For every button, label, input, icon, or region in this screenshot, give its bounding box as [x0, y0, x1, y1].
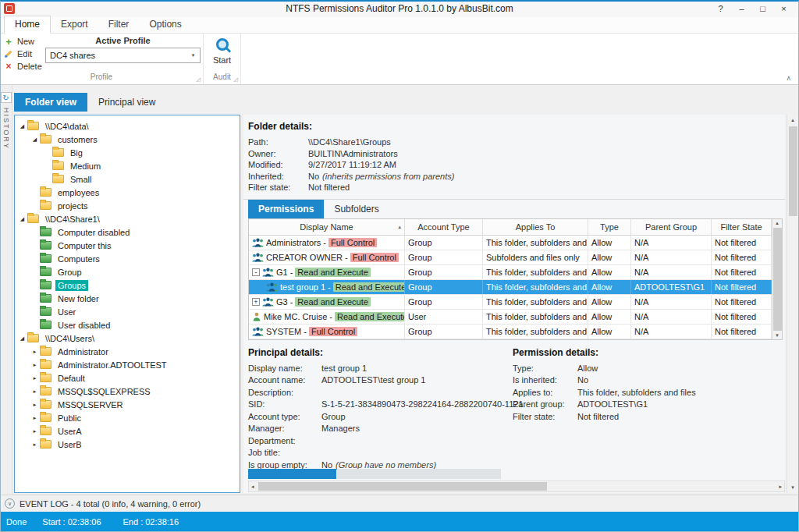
tab-principal-view[interactable]: Principal view	[87, 93, 166, 112]
tree-expander-icon[interactable]: ▸	[30, 375, 40, 381]
column-header-display-name[interactable]: Display Name ▴	[249, 219, 405, 235]
tree-item-employees[interactable]: employees	[15, 186, 240, 199]
tree-item-mssqlserver[interactable]: ▸ MSSQLSERVER	[15, 398, 240, 411]
filter-state-cell: Not filtered	[712, 325, 772, 339]
tree-expander-icon[interactable]: ◢	[17, 123, 27, 129]
tree-item-default[interactable]: ▸ Default	[15, 371, 240, 385]
tree-item-public[interactable]: ▸ Public	[15, 411, 240, 424]
scrollbar-thumb[interactable]	[773, 228, 782, 331]
tree-item-usera[interactable]: ▸ UserA	[15, 424, 240, 438]
delete-x-icon: ×	[4, 61, 13, 72]
name-separator: -	[323, 238, 326, 247]
ribbon-tab-filter[interactable]: Filter	[98, 16, 140, 33]
permission-row[interactable]: Mike MC. Cruise - Read and Execute User …	[249, 310, 772, 325]
tree-item-mssql-sqlexpress[interactable]: ▸ MSSQL$SQLEXPRESS	[15, 385, 240, 398]
scroll-left-icon[interactable]: ◂	[249, 484, 257, 490]
tree-item--dc4-share1-[interactable]: ◢ \\DC4\Share1\	[15, 212, 240, 225]
tree-expander-icon[interactable]: ▸	[30, 442, 40, 448]
edit-profile-button[interactable]: Edit	[4, 48, 42, 60]
permission-chip: Full Control	[309, 327, 357, 336]
tree-item-small[interactable]: Small	[15, 172, 240, 186]
tree-item-user[interactable]: User	[15, 305, 240, 318]
applies-to-cell: This folder, subfolders and files	[483, 325, 588, 339]
scroll-right-icon[interactable]: ▸	[776, 484, 784, 490]
tree-expander-icon[interactable]: ▸	[30, 402, 40, 408]
permission-row[interactable]: test group 1 - Read and Execute Group Th…	[249, 280, 772, 295]
panel-vertical-scrollbar[interactable]: ▴ ▾	[787, 115, 798, 493]
delete-profile-button[interactable]: × Delete	[4, 60, 42, 73]
tree-item-userb[interactable]: ▸ UserB	[15, 438, 240, 451]
column-header-filter-state[interactable]: Filter State	[712, 219, 772, 235]
pencil-icon	[4, 49, 13, 59]
tab-permissions[interactable]: Permissions	[248, 200, 324, 218]
permission-row[interactable]: CREATOR OWNER - Full Control Group Subfo…	[249, 250, 772, 265]
tree-item-groups[interactable]: Groups	[15, 278, 240, 292]
partial-tab-cutoff[interactable]	[248, 469, 501, 479]
new-profile-button[interactable]: + New	[4, 35, 42, 48]
tree-item-customers[interactable]: ◢ customers	[15, 133, 240, 146]
dialog-launcher-icon[interactable]: ◿	[234, 76, 238, 82]
group-icon	[252, 253, 264, 262]
tree-item-computer-disabled[interactable]: Computer disabled	[15, 225, 240, 239]
active-profile-dropdown[interactable]: DC4 shares ▾	[45, 48, 201, 63]
tree-expander-icon[interactable]: ▸	[30, 349, 40, 355]
folder-icon	[40, 281, 51, 289]
minimize-button[interactable]: –	[731, 0, 752, 17]
tree-expander-icon[interactable]: ▸	[30, 415, 40, 421]
close-button[interactable]: ×	[773, 0, 794, 17]
type-cell: Allow	[588, 310, 631, 324]
tree-expander-icon[interactable]: ▸	[30, 388, 40, 395]
tree-item-computers[interactable]: Computers	[15, 252, 240, 265]
history-panel-tab[interactable]: ↻ HISTORY	[0, 85, 12, 495]
row-expander-icon[interactable]: -	[252, 268, 260, 276]
horizontal-scrollbar[interactable]: ◂ ▸	[248, 481, 785, 492]
scroll-up-icon[interactable]: ▴	[776, 220, 779, 226]
start-audit-button[interactable]: Start	[204, 38, 240, 65]
permission-row[interactable]: - G1 - Read and Execute Group This folde…	[249, 265, 772, 280]
event-log-bar[interactable]: ∨ EVENT LOG - 4 total (0 info, 4 warning…	[0, 495, 799, 512]
column-header-applies-to[interactable]: Applies To	[483, 219, 588, 235]
dialog-launcher-icon[interactable]: ◿	[197, 76, 201, 82]
ribbon-tab-options[interactable]: Options	[139, 16, 191, 33]
parent-group-cell: ADTOOLTEST\G1	[631, 280, 712, 294]
tree-item--dc4-users-[interactable]: ◢ \\DC4\Users\	[15, 332, 240, 345]
tree-item-administrator-adtooltest[interactable]: ▸ Administrator.ADTOOLTEST	[15, 358, 240, 371]
permission-chip: Read and Execute	[295, 297, 371, 307]
permission-row[interactable]: Administrators - Full Control Group This…	[249, 236, 772, 250]
row-expander-icon[interactable]: +	[252, 298, 260, 306]
scrollbar-thumb[interactable]	[789, 126, 797, 216]
collapse-ribbon-button[interactable]: ∧	[786, 74, 791, 82]
column-header-type[interactable]: Type	[588, 219, 631, 235]
tree-item-administrator[interactable]: ▸ Administrator	[15, 345, 240, 358]
tab-folder-view[interactable]: Folder view	[14, 93, 87, 112]
folder-icon	[40, 400, 51, 409]
tree-expander-icon[interactable]: ◢	[17, 335, 27, 342]
tree-expander-icon[interactable]: ▸	[30, 362, 40, 368]
scrollbar-thumb[interactable]	[258, 482, 547, 491]
tree-item--dc4-data-[interactable]: ◢ \\DC4\data\	[15, 119, 240, 133]
maximize-button[interactable]: □	[752, 0, 773, 17]
tree-expander-icon[interactable]: ◢	[17, 216, 27, 222]
table-vertical-scrollbar[interactable]: ▴ ▾	[772, 219, 782, 339]
scroll-down-icon[interactable]: ▾	[791, 482, 794, 493]
permission-row[interactable]: SYSTEM - Full Control Group This folder,…	[249, 325, 772, 339]
ribbon-tab-export[interactable]: Export	[51, 16, 98, 33]
column-header-parent-group[interactable]: Parent Group	[631, 219, 712, 235]
help-button[interactable]: ?	[710, 0, 731, 17]
scroll-down-icon[interactable]: ▾	[776, 332, 779, 339]
tree-item-big[interactable]: Big	[15, 146, 240, 159]
tree-item-group[interactable]: Group	[15, 265, 240, 278]
tree-expander-icon[interactable]: ▸	[30, 428, 40, 434]
tree-item-medium[interactable]: Medium	[15, 159, 240, 172]
folder-details-fields: Path: \\DC4\Share1\Groups Owner: BUILTIN…	[248, 137, 785, 193]
scroll-up-icon[interactable]: ▴	[791, 115, 794, 126]
permission-row[interactable]: + G3 - Read and Execute Group This folde…	[249, 295, 772, 310]
tree-item-user-disabled[interactable]: User disabled	[15, 318, 240, 332]
tree-item-projects[interactable]: projects	[15, 199, 240, 212]
tree-item-new-folder[interactable]: New folder	[15, 292, 240, 305]
tab-subfolders[interactable]: Subfolders	[324, 200, 389, 218]
column-header-account-type[interactable]: Account Type	[405, 219, 483, 235]
ribbon-tab-home[interactable]: Home	[4, 16, 51, 34]
tree-expander-icon[interactable]: ◢	[30, 137, 40, 143]
tree-item-computer-this[interactable]: Computer this	[15, 239, 240, 252]
